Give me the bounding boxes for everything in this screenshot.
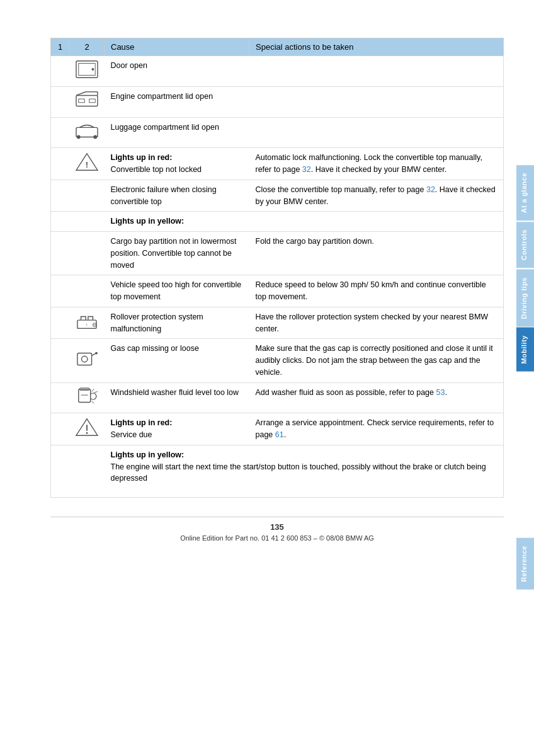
- cause-cell: Vehicle speed too high for convertible t…: [105, 275, 249, 307]
- tab-spacer-top: [516, 0, 534, 165]
- icon-cell: [70, 180, 105, 212]
- icon-cell: [70, 339, 105, 382]
- svg-point-11: [93, 135, 97, 139]
- action-cell: Have the rollover protection system chec…: [249, 307, 504, 339]
- icon-cell: [70, 275, 105, 307]
- lights-label: Lights up in red:: [111, 153, 173, 162]
- luggage-icon: [74, 120, 100, 142]
- action-cell: Fold the cargo bay partition down.: [249, 232, 504, 275]
- cause-cell: Lights up in red: Convertible top not lo…: [105, 148, 249, 180]
- link-53[interactable]: 53: [436, 388, 445, 397]
- action-cell: Add washer fluid as soon as possible, re…: [249, 382, 504, 413]
- main-table: 1 2 Cause Special actions to be taken: [50, 38, 504, 498]
- col1-cell: [51, 413, 70, 445]
- cause-cell: Windshield washer fluid level too low: [105, 382, 249, 413]
- svg-text:↑: ↑: [86, 321, 88, 327]
- cause-cell-wide: Lights up in yellow: The engine will sta…: [105, 445, 504, 497]
- table-row: Door open: [51, 56, 504, 87]
- table-row: Engine compartment lid open: [51, 86, 504, 117]
- lights-red-label: Lights up in red:: [111, 418, 173, 427]
- svg-rect-8: [89, 99, 95, 103]
- washer-icon: [74, 386, 100, 407]
- rollover-icon: ↑: [74, 311, 100, 332]
- lights-yellow-label: Lights up in yellow:: [111, 217, 185, 226]
- side-tabs: At a glance Controls Driving tips Mobili…: [516, 0, 534, 756]
- header-action: Special actions to be taken: [249, 38, 504, 56]
- svg-point-31: [86, 432, 88, 434]
- cause-cell: Door open: [105, 56, 249, 87]
- tab-driving-tips[interactable]: Driving tips: [516, 270, 534, 327]
- icon-cell: ↑: [70, 307, 105, 339]
- table-row: Gas cap missing or loose Make sure that …: [51, 339, 504, 382]
- svg-point-2: [92, 68, 94, 71]
- icon-cell: [70, 117, 105, 148]
- cause-cell: Electronic failure when closing converti…: [105, 180, 249, 212]
- page-footer: 135 Online Edition for Part no. 01 41 2 …: [50, 517, 504, 542]
- cause-cell: Gas cap missing or loose: [105, 339, 249, 382]
- svg-rect-23: [79, 389, 91, 402]
- icon-cell: [70, 413, 105, 445]
- col1-cell: [51, 56, 70, 87]
- link-32b[interactable]: 32: [426, 185, 435, 194]
- cause-cell: Luggage compartment lid open: [105, 117, 249, 148]
- table-row: ↑ Rollover protection system malfunction…: [51, 307, 504, 339]
- col1-cell: [51, 117, 70, 148]
- action-cell: Make sure that the gas cap is correctly …: [249, 339, 504, 382]
- tab-controls[interactable]: Controls: [516, 222, 534, 268]
- col1-cell: [51, 86, 70, 117]
- table-row: Lights up in yellow:: [51, 212, 504, 232]
- table-row: Windshield washer fluid level too low Ad…: [51, 382, 504, 413]
- icon-cell: [70, 445, 105, 497]
- page-number: 135: [50, 522, 504, 532]
- svg-text:!: !: [86, 160, 88, 169]
- table-row: Vehicle speed too high for convertible t…: [51, 275, 504, 307]
- tab-spacer-bottom: [516, 591, 534, 756]
- header-cause: Cause: [105, 38, 249, 56]
- svg-point-10: [77, 135, 81, 139]
- tab-at-a-glance[interactable]: At a glance: [516, 165, 534, 220]
- cause-cell: Rollover protection system malfunctionin…: [105, 307, 249, 339]
- link-32[interactable]: 32: [302, 165, 311, 174]
- footer-text: Online Edition for Part no. 01 41 2 600 …: [50, 534, 504, 542]
- tab-mobility[interactable]: Mobility: [516, 328, 534, 372]
- svg-rect-7: [79, 99, 84, 103]
- header-col2: 2: [70, 38, 105, 56]
- engine-lid-icon: [74, 89, 100, 111]
- warning-triangle-icon: [74, 416, 100, 438]
- svg-line-28: [92, 401, 94, 403]
- table-row: Lights up in red: Service due Arrange a …: [51, 413, 504, 445]
- cause-cell: Engine compartment lid open: [105, 86, 249, 117]
- svg-rect-19: [77, 353, 92, 365]
- icon-cell: [70, 232, 105, 275]
- svg-point-22: [95, 352, 98, 354]
- cause-cell: Cargo bay partition not in lowermost pos…: [105, 232, 249, 275]
- col1-cell: [51, 180, 70, 212]
- table-header-row: 1 2 Cause Special actions to be taken: [51, 38, 504, 56]
- page-wrapper: 1 2 Cause Special actions to be taken: [0, 0, 534, 756]
- action-cell: [249, 86, 504, 117]
- cause-cell: Lights up in red: Service due: [105, 413, 249, 445]
- col1-cell: [51, 212, 70, 232]
- gas-cap-icon: [74, 348, 100, 370]
- table-row: ! Lights up in red: Convertible top not …: [51, 148, 504, 180]
- svg-line-26: [92, 389, 94, 391]
- lights-yellow-label-2: Lights up in yellow:: [111, 450, 185, 459]
- col1-cell: [51, 275, 70, 307]
- col1-cell: [51, 232, 70, 275]
- tab-reference[interactable]: Reference: [516, 538, 534, 590]
- link-61[interactable]: 61: [275, 430, 284, 439]
- icon-cell: !: [70, 148, 105, 180]
- svg-rect-3: [76, 95, 98, 106]
- svg-line-27: [94, 391, 98, 392]
- door-icon: [74, 59, 100, 80]
- table-row: Luggage compartment lid open: [51, 117, 504, 148]
- col1-cell: [51, 307, 70, 339]
- col1-cell: [51, 445, 70, 497]
- action-cell: [249, 212, 504, 232]
- action-cell: Arrange a service appointment. Check ser…: [249, 413, 504, 445]
- col1-cell: [51, 148, 70, 180]
- col1-cell: [51, 382, 70, 413]
- icon-cell: [70, 56, 105, 87]
- tab-spacer-middle: [516, 373, 534, 538]
- main-content: 1 2 Cause Special actions to be taken: [0, 0, 516, 756]
